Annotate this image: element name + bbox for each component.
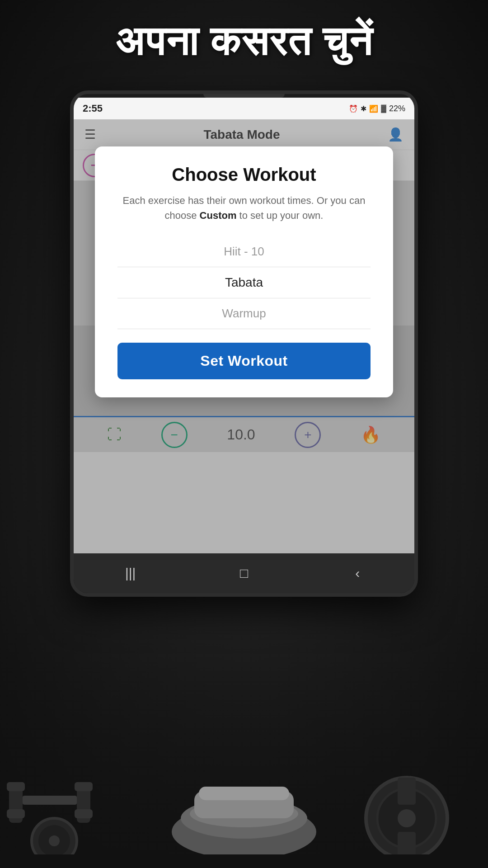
status-time: 2:55 bbox=[83, 103, 103, 114]
svg-rect-3 bbox=[23, 796, 77, 805]
bottom-background bbox=[0, 579, 488, 868]
wifi-icon: 📶 bbox=[369, 104, 378, 113]
svg-rect-2 bbox=[7, 809, 25, 818]
battery-level: 22% bbox=[389, 104, 405, 113]
phone-frame: 2:55 ⏰ ✱ 📶 ▓ 22% ☰ Tabata Mode 👤 − Sets:… bbox=[70, 90, 418, 597]
workout-option-hiit[interactable]: Hiit - 10 bbox=[117, 236, 371, 267]
bluetooth-icon: ✱ bbox=[361, 104, 366, 113]
gym-illustration bbox=[0, 642, 488, 868]
modal-title: Choose Workout bbox=[117, 165, 371, 185]
modal-desc-text2: to set up your own. bbox=[236, 210, 323, 221]
svg-rect-6 bbox=[75, 809, 93, 818]
status-bar: 2:55 ⏰ ✱ 📶 ▓ 22% bbox=[74, 98, 414, 119]
nav-recents-button[interactable]: ||| bbox=[113, 562, 149, 585]
signal-icon: ▓ bbox=[381, 104, 386, 113]
nav-bar: ||| □ ‹ bbox=[74, 553, 414, 593]
svg-rect-5 bbox=[75, 782, 93, 791]
svg-rect-1 bbox=[7, 782, 25, 791]
nav-home-button[interactable]: □ bbox=[226, 562, 262, 585]
modal-description: Each exercise has their own workout time… bbox=[117, 193, 371, 223]
phone-notch bbox=[203, 94, 285, 98]
svg-point-19 bbox=[49, 835, 60, 846]
workout-option-warmup[interactable]: Warmup bbox=[117, 298, 371, 329]
svg-rect-20 bbox=[0, 854, 488, 868]
svg-rect-15 bbox=[398, 778, 416, 805]
status-icons: ⏰ ✱ 📶 ▓ 22% bbox=[349, 104, 405, 113]
set-workout-button[interactable]: Set Workout bbox=[117, 343, 371, 379]
svg-point-14 bbox=[398, 809, 416, 827]
alarm-icon: ⏰ bbox=[349, 104, 358, 113]
app-content: ☰ Tabata Mode 👤 − Sets: 1/8 + Reset Star… bbox=[74, 119, 414, 553]
modal-desc-bold: Custom bbox=[200, 210, 237, 221]
hindi-title: अपना कसरत चुनें bbox=[0, 18, 488, 66]
choose-workout-dialog: Choose Workout Each exercise has their o… bbox=[95, 146, 393, 397]
nav-back-button[interactable]: ‹ bbox=[339, 562, 375, 585]
modal-overlay: Choose Workout Each exercise has their o… bbox=[74, 119, 414, 553]
svg-rect-11 bbox=[199, 787, 289, 800]
workout-option-tabata[interactable]: Tabata bbox=[117, 267, 371, 298]
